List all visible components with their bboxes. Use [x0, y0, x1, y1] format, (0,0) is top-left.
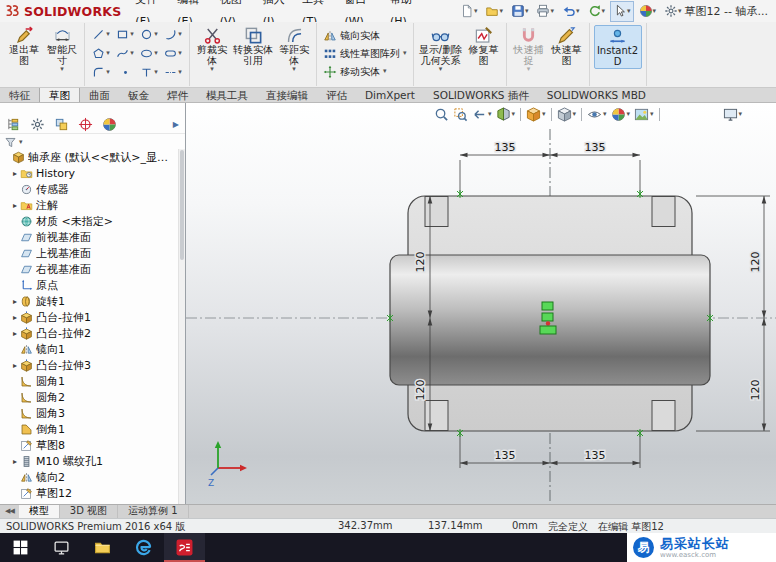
tree-item[interactable]: 圆角1	[0, 373, 178, 389]
dimension-value[interactable]: 120	[414, 380, 427, 401]
model-tabs-nav[interactable]: ◀◀	[0, 505, 19, 518]
collapse-panel-chevron[interactable]: ▶	[173, 120, 179, 129]
display-delete-relations-button[interactable]: 显示/删除几何关系 ▾	[418, 25, 464, 74]
section-icon[interactable]: ▾	[494, 105, 518, 123]
sk-polygon[interactable]: ▾	[89, 44, 113, 63]
tree-item[interactable]: 传感器	[0, 181, 178, 197]
tree-item[interactable]: 倒角1	[0, 421, 178, 437]
exit-sketch-button[interactable]: 退出草图	[6, 25, 42, 67]
sk-ellipse[interactable]: ▾	[137, 44, 161, 63]
expand-arrow-icon[interactable]: ▸	[10, 297, 20, 306]
options-icon[interactable]: ▾	[661, 1, 685, 22]
part-drawing[interactable]: 135 135 135 135 120 120 120 120	[186, 103, 776, 505]
repair-sketch-button[interactable]: 修复草图	[466, 25, 502, 67]
rebuild-icon[interactable]: ▾	[585, 1, 609, 22]
sk-fillet[interactable]: ▾	[89, 63, 113, 82]
tree-item[interactable]: 右视基准面	[0, 261, 178, 277]
mirror-entities-button[interactable]: 镜向实体	[321, 27, 409, 44]
solidworks-icon[interactable]	[164, 533, 205, 562]
model-tab[interactable]: 模型	[19, 505, 60, 518]
edge-icon[interactable]	[123, 533, 164, 562]
ribbon-tab[interactable]: 模具工具	[197, 88, 257, 102]
model-tab[interactable]: 3D 视图	[60, 505, 118, 518]
tree-item[interactable]: 材质 <未指定>	[0, 213, 178, 229]
ribbon-tab[interactable]: 焊件	[158, 88, 197, 102]
undo-icon[interactable]: ▾	[559, 1, 583, 22]
move-entities-button[interactable]: 移动实体 ▾	[321, 63, 409, 80]
ribbon-tab[interactable]: SOLIDWORKS MBD	[538, 88, 655, 102]
convert-entities-button[interactable]: 转换实体引用	[232, 25, 274, 67]
funnel-icon[interactable]	[4, 136, 17, 149]
tree-item[interactable]: 原点	[0, 277, 178, 293]
graphics-area[interactable]: ▾▾▾▾▾▾▾▾	[186, 103, 776, 505]
dimension-value[interactable]: 135	[495, 141, 516, 154]
ribbon-tab[interactable]: 曲面	[80, 88, 119, 102]
ribbon-tab[interactable]: 评估	[317, 88, 356, 102]
quick-snaps-button[interactable]: 快速捕捉 ▾	[511, 25, 547, 74]
sk-rect[interactable]: ▾	[113, 25, 137, 44]
dimension-value[interactable]: 120	[414, 252, 427, 273]
sk-point[interactable]	[113, 63, 137, 82]
sk-centerline[interactable]: ▾	[161, 63, 185, 82]
zoom-area-icon[interactable]	[451, 105, 470, 123]
dimension-value[interactable]: 120	[749, 380, 762, 401]
model-tab[interactable]: 运动算例 1	[118, 505, 189, 518]
ribbon-tab[interactable]: 草图	[39, 88, 80, 102]
orientation-cube-icon[interactable]: ▾	[524, 105, 548, 123]
save-icon[interactable]: ▾	[508, 1, 532, 22]
display-style-icon[interactable]: ▾	[555, 105, 579, 123]
dimension-value[interactable]: 120	[749, 252, 762, 273]
monitor-icon[interactable]: ▾	[721, 105, 745, 123]
expand-arrow-icon[interactable]: ▸	[10, 201, 20, 210]
eye-icon[interactable]: ▾	[585, 105, 609, 123]
dimension-value[interactable]: 135	[585, 449, 606, 462]
dimension-value[interactable]: 135	[585, 141, 606, 154]
tree-item[interactable]: 草图12	[0, 485, 178, 501]
expand-arrow-icon[interactable]: ▸	[10, 457, 20, 466]
featuremanager-icon[interactable]	[6, 117, 21, 132]
tree-item[interactable]: ▸旋转1	[0, 293, 178, 309]
tree-item[interactable]: ▸M10 螺纹孔1	[0, 453, 178, 469]
select-icon[interactable]: ▾	[610, 1, 634, 22]
appearance-icon[interactable]: ▾	[636, 1, 660, 22]
tree-item[interactable]: 圆角2	[0, 389, 178, 405]
sk-spline[interactable]: ▾	[113, 44, 137, 63]
tree-item[interactable]: 草图8	[0, 437, 178, 453]
tree-item[interactable]: ▸History	[0, 165, 178, 181]
tree-item[interactable]: ▸凸台-拉伸1	[0, 309, 178, 325]
tree-item[interactable]: 轴承座 (默认<<默认>_显示状态 1>)	[0, 149, 178, 165]
print-icon[interactable]: ▾	[533, 1, 557, 22]
scene-icon[interactable]: ▾	[632, 105, 656, 123]
ribbon-tab[interactable]: 钣金	[119, 88, 158, 102]
tree-item[interactable]: 镜向1	[0, 341, 178, 357]
smart-dimension-button[interactable]: 智能尺寸 ▾	[44, 25, 80, 74]
tree-item[interactable]: 前视基准面	[0, 229, 178, 245]
expand-arrow-icon[interactable]: ▸	[10, 329, 20, 338]
displaymanager-icon[interactable]	[102, 117, 117, 132]
expand-arrow-icon[interactable]: ▸	[10, 169, 20, 178]
ribbon-tab[interactable]: SOLIDWORKS 插件	[424, 88, 538, 102]
pc-icon[interactable]	[41, 533, 82, 562]
offset-entities-button[interactable]: 等距实体 ▾	[276, 25, 312, 74]
expand-arrow-icon[interactable]: ▸	[10, 361, 20, 370]
prev-view-icon[interactable]: ▾	[470, 105, 494, 123]
rapid-sketch-button[interactable]: 快速草图	[549, 25, 585, 67]
dimension-value[interactable]: 135	[495, 449, 516, 462]
instant2d-button[interactable]: Instant2D	[594, 25, 642, 69]
folder-icon[interactable]	[82, 533, 123, 562]
dimxpert-icon[interactable]	[78, 117, 93, 132]
sketch-point[interactable]	[546, 321, 550, 325]
expand-arrow-icon[interactable]: ▸	[10, 313, 20, 322]
ribbon-tab[interactable]: DimXpert	[356, 88, 424, 102]
win-icon[interactable]	[0, 533, 41, 562]
sk-circle[interactable]: ▾	[137, 25, 161, 44]
appearance-icon[interactable]: ▾	[609, 105, 633, 123]
open-icon[interactable]: ▾	[482, 1, 506, 22]
tree-item[interactable]: ▸凸台-拉伸2	[0, 325, 178, 341]
tree-item[interactable]: ▸注解	[0, 197, 178, 213]
propertymanager-icon[interactable]	[30, 117, 45, 132]
scrollbar-thumb[interactable]	[180, 150, 184, 260]
favorites-star-icon[interactable]	[431, 3, 446, 19]
tree-item[interactable]: 圆角3	[0, 405, 178, 421]
configuration-icon[interactable]	[54, 117, 69, 132]
